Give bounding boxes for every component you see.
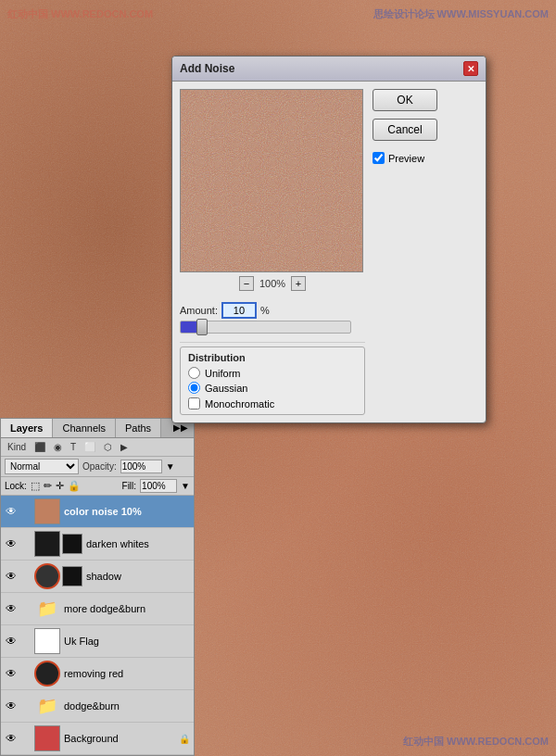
amount-slider-row [180, 321, 365, 336]
opacity-input[interactable] [120, 460, 162, 473]
layer-item[interactable]: 👁shadow [1, 561, 194, 593]
layer-thumbnail [34, 498, 60, 524]
layer-item[interactable]: 👁removing red [1, 658, 194, 690]
layer-item[interactable]: 👁Uk Flag [1, 625, 194, 658]
layer-thumbnail [34, 628, 60, 654]
layer-name-label: more dodge&burn [64, 603, 190, 614]
amount-input-row: Amount: % [180, 302, 365, 319]
watermark-top-left: 红动中国 WWW.REDOCN.COM [7, 7, 153, 21]
layers-list: 👁color noise 10%👁darken whites👁shadow👁📁m… [1, 496, 194, 755]
layer-item[interactable]: 👁📁more dodge&burn [1, 593, 194, 625]
dialog-title: Add Noise [180, 62, 234, 75]
preview-checkbox[interactable] [373, 152, 385, 164]
lock-image-icon[interactable]: ✏ [44, 480, 52, 492]
layer-item[interactable]: 👁Background🔒 [1, 723, 194, 755]
layer-name-label: dodge&burn [64, 700, 190, 712]
layer-thumbnail: 📁 [34, 596, 60, 622]
amount-slider[interactable] [180, 321, 351, 334]
layer-name-label: Uk Flag [64, 636, 190, 647]
layer-visibility-icon[interactable]: 👁 [5, 570, 18, 583]
gaussian-radio[interactable] [188, 382, 200, 394]
distribution-title: Distribution [188, 352, 357, 363]
uniform-radio-row: Uniform [188, 367, 357, 379]
zoom-out-button[interactable]: − [239, 276, 254, 291]
layer-visibility-icon[interactable]: 👁 [5, 602, 18, 615]
fill-label: Fill: [122, 481, 137, 491]
layer-thumbnail [34, 563, 60, 589]
dialog-preview-controls: − 100% + [180, 272, 365, 295]
layer-thumbnail [34, 661, 60, 687]
preview-checkbox-row: Preview [373, 152, 478, 164]
layer-lock-icon: 🔒 [179, 734, 190, 744]
lock-all-icon[interactable]: 🔒 [68, 480, 81, 492]
lock-position-icon[interactable]: ✛ [56, 480, 64, 492]
layer-name-label: shadow [86, 571, 190, 582]
layer-visibility-icon[interactable]: 👁 [5, 732, 18, 745]
blend-mode-row: Normal Opacity: ▼ [1, 457, 194, 477]
filter-shape-icon[interactable]: ⬜ [82, 441, 98, 453]
kind-label: Kind [5, 441, 29, 453]
filter-type-icon[interactable]: T [68, 441, 79, 453]
layer-thumbnail: 📁 [34, 693, 60, 719]
filter-kind-icon[interactable]: ⬛ [32, 441, 48, 453]
monochromatic-row: Monochromatic [188, 397, 357, 410]
amount-label: Amount: [180, 305, 218, 316]
layer-item[interactable]: 👁color noise 10% [1, 496, 194, 528]
opacity-label: Opacity: [82, 461, 117, 472]
layer-visibility-icon[interactable]: 👁 [5, 537, 18, 550]
layer-mask-thumbnail [62, 566, 82, 586]
uniform-label: Uniform [205, 368, 241, 379]
dialog-body: − 100% + Amount: % Distribution [172, 82, 486, 422]
opacity-dropdown-icon[interactable]: ▼ [166, 461, 175, 472]
tab-layers[interactable]: Layers [1, 419, 53, 437]
lock-fill-row: Lock: ⬚ ✏ ✛ 🔒 Fill: ▼ [1, 477, 194, 496]
lock-transparent-icon[interactable]: ⬚ [31, 480, 40, 492]
cancel-button[interactable]: Cancel [373, 119, 437, 141]
layer-mask-thumbnail [62, 534, 82, 554]
layer-visibility-icon[interactable]: 👁 [5, 667, 18, 680]
zoom-level-label: 100% [259, 278, 285, 289]
layer-visibility-icon[interactable]: 👁 [5, 635, 18, 648]
dialog-preview-image [180, 89, 363, 272]
layers-toolbar: Kind ⬛ ◉ T ⬜ ⬡ ▶ [1, 438, 194, 457]
dialog-buttons: OK Cancel Preview [373, 89, 478, 415]
layer-item[interactable]: 👁📁dodge&burn [1, 690, 194, 723]
tab-paths[interactable]: Paths [116, 419, 161, 437]
monochromatic-label: Monochromatic [205, 398, 274, 410]
fill-input[interactable] [140, 479, 177, 493]
filter-video-icon[interactable]: ▶ [118, 441, 131, 453]
distribution-group: Distribution Uniform Gaussian Monochroma… [180, 346, 365, 415]
filter-adjustment-icon[interactable]: ◉ [51, 441, 65, 453]
dialog-preview-area: − 100% + Amount: % Distribution [180, 89, 365, 415]
layer-thumbnail [34, 531, 60, 557]
layers-tabs: Layers Channels Paths ▶▶ [1, 419, 194, 438]
amount-percent: % [260, 305, 270, 316]
dialog-close-button[interactable]: ✕ [463, 61, 478, 76]
layer-visibility-icon[interactable]: 👁 [5, 505, 18, 518]
layer-name-label: color noise 10% [64, 506, 190, 517]
gaussian-radio-row: Gaussian [188, 382, 357, 394]
preview-checkbox-label: Preview [388, 153, 424, 164]
layer-name-label: removing red [64, 668, 190, 679]
filter-smart-icon[interactable]: ⬡ [101, 441, 115, 453]
ok-button[interactable]: OK [373, 89, 437, 111]
layer-thumbnail [34, 725, 60, 751]
monochromatic-checkbox[interactable] [188, 397, 200, 410]
tab-channels[interactable]: Channels [53, 419, 115, 437]
blend-mode-select[interactable]: Normal [5, 459, 79, 474]
add-noise-dialog: Add Noise ✕ − 100% + Amount: % [171, 56, 486, 423]
layer-name-label: darken whites [86, 538, 190, 549]
lock-label: Lock: [5, 481, 27, 491]
layer-visibility-icon[interactable]: 👁 [5, 699, 18, 712]
watermark-top-right: 思绘设计论坛 WWW.MISSYUAN.COM [373, 7, 549, 21]
amount-input[interactable] [221, 302, 257, 319]
layer-item[interactable]: 👁darken whites [1, 528, 194, 561]
layer-name-label: Background [64, 733, 175, 744]
watermark-bottom-right: 红动中国 WWW.REDOCN.COM [403, 735, 549, 749]
layers-panel: Layers Channels Paths ▶▶ Kind ⬛ ◉ T ⬜ ⬡ … [0, 418, 195, 756]
uniform-radio[interactable] [188, 367, 200, 379]
gaussian-label: Gaussian [205, 383, 247, 394]
zoom-in-button[interactable]: + [291, 276, 306, 291]
amount-row: Amount: % [180, 302, 365, 343]
fill-dropdown-icon[interactable]: ▼ [181, 481, 190, 491]
